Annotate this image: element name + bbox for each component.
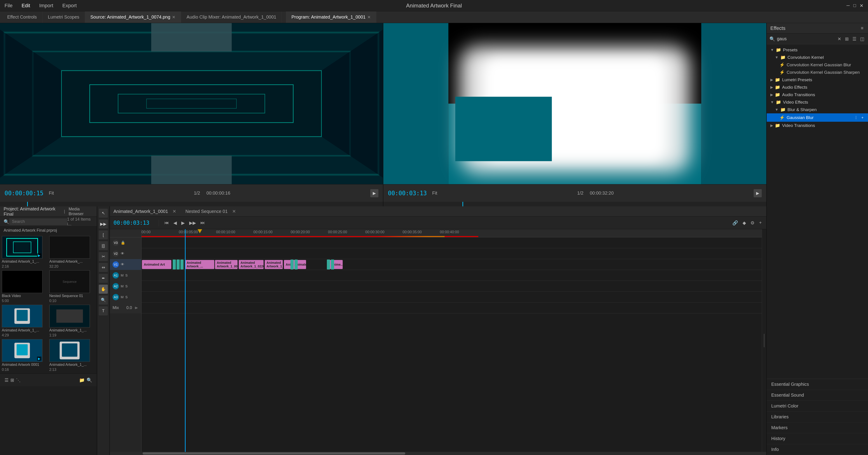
- timeline-home-btn[interactable]: ⏮: [163, 219, 170, 226]
- tab-program[interactable]: Program: Animated_Artwork_1_0001 ✕: [286, 11, 376, 23]
- tab-source[interactable]: Source: Animated_Artwork_1_0074.png ✕: [85, 11, 181, 23]
- icon-view-btn[interactable]: ⊞: [9, 376, 15, 384]
- tree-item-video-transitions[interactable]: ▶ 📁 Video Transitions: [767, 122, 868, 129]
- close-icon[interactable]: ✕: [860, 3, 864, 8]
- track-s-a2[interactable]: S: [125, 284, 128, 288]
- timeline-settings-btn[interactable]: ⚙: [749, 219, 755, 226]
- type-tool[interactable]: T: [99, 306, 108, 315]
- track-m-a3[interactable]: M: [121, 295, 124, 299]
- tab-close-seq[interactable]: ✕: [173, 208, 176, 214]
- rolling-edit-tool[interactable]: |[|: [99, 241, 108, 250]
- list-item[interactable]: Animated Artwork_... 32:20: [49, 236, 95, 268]
- track-lock-v3[interactable]: 🔒: [121, 240, 125, 245]
- timeline-timecode[interactable]: 00:00:03:13: [114, 220, 154, 226]
- tab-audio-mixer[interactable]: Audio Clip Mixer: Animated_Artwork_1_000…: [181, 11, 282, 23]
- tree-item-blur-sharpen[interactable]: ▼ 📁 Blur & Sharpen: [767, 106, 868, 113]
- track-m-a1[interactable]: M: [121, 273, 124, 277]
- track-toggle-v1[interactable]: V1: [113, 261, 119, 268]
- tab-close-nested[interactable]: ✕: [232, 208, 236, 214]
- search-btn[interactable]: 🔍: [86, 376, 93, 384]
- hand-tool[interactable]: ✋: [99, 285, 108, 294]
- nested-seq-tab[interactable]: Nested Sequence 01: [185, 209, 228, 214]
- timeline-markers-btn[interactable]: ◆: [742, 219, 747, 226]
- source-play-btn[interactable]: ▶: [370, 189, 378, 197]
- menu-edit[interactable]: Edit: [22, 3, 30, 8]
- tree-item-gaussian-blur[interactable]: ⚡ Gaussian Blur ⋮ +: [767, 113, 868, 122]
- ripple-edit-tool[interactable]: [: [99, 230, 108, 239]
- new-bin-btn[interactable]: 📁: [78, 376, 86, 384]
- project-search-input[interactable]: [9, 218, 67, 225]
- clip-animated-art-3[interactable]: Animated Artwork_1_0090.png: [215, 260, 238, 269]
- list-view-btn[interactable]: ☰: [4, 376, 9, 384]
- program-play-btn[interactable]: ▶: [754, 189, 762, 197]
- effects-view-btn3[interactable]: ◫: [859, 35, 865, 42]
- effects-view-btn1[interactable]: ⊞: [844, 35, 850, 42]
- list-item[interactable]: ▶ Animated Artwork 0001 0:16: [2, 339, 48, 372]
- tree-item-video-effects[interactable]: ▼ 📁 Video Effects: [767, 98, 868, 106]
- track-content-v1[interactable]: Animated Art Animated Artwork_... Animat…: [142, 259, 762, 270]
- track-content-a1[interactable]: [142, 270, 762, 281]
- clip-animated-art-1[interactable]: Animated Art: [142, 260, 171, 269]
- minimize-icon[interactable]: ─: [846, 3, 850, 8]
- menu-import[interactable]: Import: [39, 3, 53, 8]
- clip-animated-art-5[interactable]: Animated Artwork_1_...: [265, 260, 283, 269]
- timeline-prev-btn[interactable]: ◀: [173, 219, 178, 226]
- track-eye-v1[interactable]: 👁: [121, 262, 124, 266]
- tree-item-convolution[interactable]: ▼ 📁 Convolution Kernel: [767, 54, 868, 61]
- track-toggle-v3[interactable]: V3: [113, 239, 119, 246]
- track-toggle-a3[interactable]: A3: [113, 294, 119, 300]
- maximize-icon[interactable]: □: [853, 3, 856, 8]
- timeline-add-btn[interactable]: +: [758, 219, 763, 226]
- track-select-tool[interactable]: ▶▶: [99, 220, 108, 229]
- pen-tool[interactable]: ✒: [99, 274, 108, 283]
- tree-item-lumetri-presets[interactable]: ▶ 📁 Lumetri Presets: [767, 76, 868, 84]
- media-browser-tab[interactable]: Media Browser: [69, 207, 93, 216]
- tab-program-close[interactable]: ✕: [367, 15, 371, 20]
- effects-panel-menu[interactable]: ≡: [860, 25, 864, 32]
- panel-history[interactable]: History: [767, 433, 868, 444]
- effects-search-clear[interactable]: ✕: [837, 35, 842, 42]
- slip-tool[interactable]: ⇔: [99, 263, 108, 272]
- mix-expand-btn[interactable]: ⊳: [134, 305, 138, 311]
- source-scrubbar[interactable]: [0, 202, 383, 206]
- timeline-ruler[interactable]: 00:00 00:00:05:00 00:00:10:00 00:00:15:0…: [142, 229, 762, 237]
- tree-item-ck-gaussian-blur[interactable]: ⚡ Convolution Kernel Gaussian Blur: [767, 61, 868, 68]
- panel-lumetri-color[interactable]: Lumetri Color: [767, 401, 868, 411]
- timeline-snap-btn[interactable]: 🔗: [732, 219, 739, 226]
- tree-item-audio-effects[interactable]: ▶ 📁 Audio Effects: [767, 84, 868, 91]
- panel-markers[interactable]: Markers: [767, 422, 868, 433]
- tree-item-ck-gaussian-sharpen[interactable]: ⚡ Convolution Kernel Gaussian Sharpen: [767, 68, 868, 76]
- list-item[interactable]: Animated Artwork_1_... 1:19: [49, 305, 95, 337]
- list-item[interactable]: Sequence Nested Sequence 01 0:10: [49, 271, 95, 303]
- track-eye-v2[interactable]: 👁: [121, 252, 124, 256]
- track-content-a3[interactable]: [142, 292, 762, 302]
- tab-source-close[interactable]: ✕: [172, 15, 176, 20]
- timeline-play-btn[interactable]: ▶: [180, 219, 186, 226]
- list-item[interactable]: Animated Artwork_1_... 2:13: [49, 339, 95, 372]
- track-content-v3[interactable]: [142, 237, 762, 248]
- razor-tool[interactable]: ✂: [99, 252, 108, 261]
- track-toggle-v2[interactable]: V2: [113, 251, 119, 257]
- list-item[interactable]: Black Video 5:00: [2, 271, 48, 303]
- program-fit[interactable]: Fit: [432, 191, 437, 196]
- effect-add-btn[interactable]: +: [861, 115, 864, 121]
- timeline-end-btn[interactable]: ⏭: [199, 219, 206, 226]
- timeline-scrollbar[interactable]: [110, 452, 766, 455]
- panel-info[interactable]: Info: [767, 444, 868, 455]
- menu-file[interactable]: File: [4, 3, 12, 8]
- panel-essential-sound[interactable]: Essential Sound: [767, 390, 868, 401]
- panel-libraries[interactable]: Libraries: [767, 411, 868, 422]
- source-fit[interactable]: Fit: [49, 191, 54, 196]
- sequence-tab[interactable]: Animated_Artwork_1_0001: [114, 209, 168, 214]
- list-item[interactable]: ▶ Animated Artwork_1_... 2:16: [2, 236, 48, 268]
- track-s-a1[interactable]: S: [125, 273, 128, 277]
- track-m-a2[interactable]: M: [121, 284, 124, 288]
- track-content-mix[interactable]: [142, 303, 762, 313]
- list-item[interactable]: Animated Artwork_1_... 4:29: [2, 305, 48, 337]
- effects-search-input[interactable]: [777, 36, 835, 41]
- freeform-view-btn[interactable]: ⋱: [15, 376, 22, 384]
- track-toggle-a1[interactable]: A1: [113, 272, 119, 279]
- timeline-scroll-thumb[interactable]: [143, 452, 405, 455]
- timeline-next-btn[interactable]: ▶▶: [188, 219, 197, 226]
- track-s-a3[interactable]: S: [125, 295, 128, 299]
